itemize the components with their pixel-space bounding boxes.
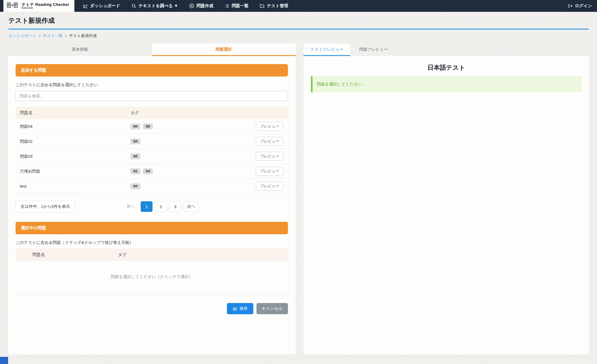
save-icon (233, 306, 237, 311)
tag-badge: N1 (130, 168, 140, 174)
page-title: テスト新規作成 (8, 16, 589, 29)
tab-basic-info[interactable]: 基本情報 (8, 44, 152, 56)
nav-item-create-problem[interactable]: 問題作成 (189, 3, 213, 9)
problem-search-input[interactable] (16, 91, 288, 101)
folder-icon (260, 3, 265, 8)
tab-problem-selection[interactable]: 問題選択 (152, 44, 296, 56)
selected-problems-header: 選択中の問題 (16, 222, 288, 234)
title-rule (8, 29, 589, 30)
problem-name: 問題02 (20, 139, 130, 144)
problem-name: test (20, 184, 130, 189)
test-preview-title: 日本語テスト (311, 62, 582, 76)
pagination-page-1[interactable]: 1 (141, 201, 153, 212)
table-header: 問題名 タグ (16, 107, 288, 119)
problem-name: 問題03 (20, 154, 130, 159)
preview-button[interactable]: プレビュー (256, 137, 284, 146)
top-navbar: テトテ Reading Checker Text-to-Text ダッシュボード… (0, 0, 597, 12)
preview-button[interactable]: プレビュー (256, 152, 284, 161)
breadcrumb-dashboard[interactable]: ダッシュボード (8, 33, 36, 39)
search-icon (131, 3, 136, 8)
tab-test-preview[interactable]: テストプレビュー (303, 44, 350, 56)
pagination-prev-button[interactable]: 前へ (123, 201, 138, 212)
table-row[interactable]: 問題03 N5 プレビュー (16, 149, 288, 164)
text-to-text-logo-icon (7, 2, 19, 10)
selected-problems-instruction: このテストに含める問題（ドラッグ&ドロップで並び替え可能） (16, 240, 288, 245)
pagination-page-2[interactable]: 2 (155, 201, 167, 212)
select-problem-notice: 問題を選択してください。 (311, 76, 582, 92)
tag-badge: N4 (130, 138, 140, 144)
add-problems-header: 追加する問題 (16, 64, 288, 77)
table-row[interactable]: test N4 プレビュー (16, 179, 288, 194)
table-row[interactable]: 問題04 N4 N5 プレビュー (16, 119, 288, 134)
nav-item-problem-list[interactable]: 問題一覧 (224, 3, 248, 9)
nav-item-test-management[interactable]: テスト管理 (260, 3, 288, 9)
pagination-next-button[interactable]: 次へ (184, 201, 199, 212)
editor-tabs: 基本情報 問題選択 (8, 44, 296, 56)
problem-name: 問題04 (20, 124, 130, 129)
save-button[interactable]: 保存 (227, 303, 253, 314)
nav-item-inspect-text[interactable]: テキストを調べる ▼ (131, 3, 178, 9)
nav-menu: ダッシュボード テキストを調べる ▼ 問題作成 問題一覧 テスト管理 (83, 0, 288, 12)
selected-table-header: 問題名 タグ (16, 249, 288, 261)
tag-badge: N5 (143, 124, 153, 129)
breadcrumb-separator: > (38, 34, 40, 38)
preview-button[interactable]: プレビュー (256, 182, 284, 191)
breadcrumb: ダッシュボード > テスト一覧 > テスト新規作成 (8, 33, 589, 39)
form-actions: 保存 キャンセル (16, 303, 288, 314)
login-button[interactable]: ログイン (568, 3, 592, 9)
results-summary: 全11件中、1から5件を表示 (16, 201, 75, 212)
pagination-page-3[interactable]: 3 (169, 201, 181, 212)
corner-chip (0, 357, 8, 364)
pagination-row: 全11件中、1から5件を表示 前へ 1 2 3 次へ (16, 201, 288, 212)
available-problems-table: 問題名 タグ 問題04 N4 N5 プレビュー 問題02 N4 (16, 107, 288, 194)
test-preview-panel: 日本語テスト 問題を選択してください。 (303, 56, 589, 355)
brand-title: テトテ Reading Checker (21, 2, 69, 7)
nav-item-dashboard[interactable]: ダッシュボード (83, 3, 120, 9)
chart-icon (83, 3, 88, 8)
pagination: 前へ 1 2 3 次へ (123, 201, 199, 212)
page-header: テスト新規作成 ダッシュボード > テスト一覧 > テスト新規作成 (0, 12, 597, 39)
table-row[interactable]: 問題02 N4 プレビュー (16, 134, 288, 149)
tag-badge: N4 (130, 183, 140, 189)
preview-tabs: テストプレビュー 問題プレビュー (303, 44, 589, 56)
brand-logo[interactable]: テトテ Reading Checker Text-to-Text (3, 0, 74, 12)
tag-badge: N5 (130, 153, 140, 159)
login-icon (568, 3, 573, 8)
actions-divider (16, 295, 288, 295)
plus-circle-icon (189, 3, 194, 8)
breadcrumb-separator: > (65, 34, 67, 38)
table-row[interactable]: 穴埋め問題 N1 N4 プレビュー (16, 164, 288, 179)
selected-empty-message: 問題を選択してください（クリックで選択） (16, 261, 288, 295)
cancel-button[interactable]: キャンセル (256, 303, 288, 314)
tab-problem-preview[interactable]: 問題プレビュー (350, 44, 397, 56)
problem-name: 穴埋め問題 (20, 169, 130, 174)
add-problems-instruction: このテストに含める問題を選択してください (16, 82, 288, 88)
list-icon (224, 3, 229, 8)
breadcrumb-test-list[interactable]: テスト一覧 (43, 33, 63, 39)
tag-badge: N4 (143, 168, 153, 174)
breadcrumb-current: テスト新規作成 (69, 33, 96, 39)
preview-button[interactable]: プレビュー (256, 122, 284, 131)
problem-selection-panel: 追加する問題 このテストに含める問題を選択してください 問題名 タグ 問題04 … (8, 56, 296, 355)
preview-button[interactable]: プレビュー (256, 167, 284, 176)
tag-badge: N4 (130, 124, 140, 129)
brand-subtitle: Text-to-Text (21, 7, 69, 9)
selected-problems-section: 選択中の問題 このテストに含める問題（ドラッグ&ドロップで並び替え可能） 問題名… (16, 222, 288, 295)
